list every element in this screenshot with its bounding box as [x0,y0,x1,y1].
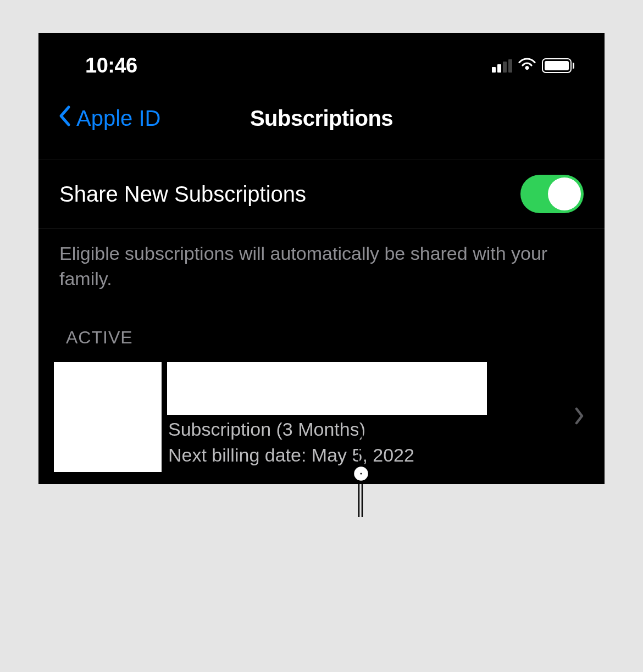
subscription-plan: Subscription (3 Months) [167,418,574,441]
app-icon-redacted [54,362,162,472]
chevron-right-icon [574,407,589,427]
status-icons [492,58,574,74]
cellular-signal-icon [492,59,512,73]
toggle-knob [548,177,581,210]
active-section-header: ACTIVE [38,322,605,354]
wifi-icon [518,58,536,74]
subscription-content: Subscription (3 Months) Next billing dat… [162,362,574,472]
phone-screen: 10:46 [38,33,605,484]
share-subscriptions-toggle[interactable] [520,175,584,213]
status-bar: 10:46 [38,33,605,88]
nav-bar: Apple ID Subscriptions [38,88,605,159]
page-title: Subscriptions [250,106,393,131]
back-button[interactable]: Apple ID [58,105,160,131]
share-subscriptions-label: Share New Subscriptions [59,182,306,207]
battery-icon [542,58,574,73]
subscription-item[interactable]: Subscription (3 Months) Next billing dat… [38,354,605,484]
status-time: 10:46 [85,54,137,77]
subscription-title-redacted [167,362,487,415]
subscription-billing: Next billing date: May 5, 2022 [167,444,574,466]
back-label: Apple ID [76,106,160,131]
share-subscriptions-footer: Eligible subscriptions will automaticall… [38,229,605,322]
share-subscriptions-row: Share New Subscriptions [38,159,605,229]
chevron-left-icon [58,105,72,131]
